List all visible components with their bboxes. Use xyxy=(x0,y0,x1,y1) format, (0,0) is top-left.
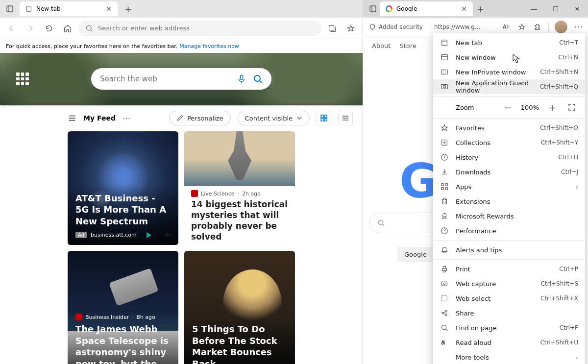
security-badge[interactable]: Added security xyxy=(366,24,426,30)
play-icon[interactable] xyxy=(147,232,151,238)
chevron-down-icon xyxy=(296,115,302,121)
title-bar: Google ✕ + ― ☐ ✕ xyxy=(363,0,588,18)
pencil-icon xyxy=(176,115,183,121)
svg-text:A: A xyxy=(441,340,444,345)
new-tab-button[interactable]: + xyxy=(121,4,136,14)
tab-actions-button[interactable] xyxy=(3,2,17,16)
content-visible-dropdown[interactable]: Content visible xyxy=(238,111,310,125)
menu-item[interactable]: More tools› xyxy=(433,350,585,364)
nav-store[interactable]: Store xyxy=(399,42,416,49)
apps-launcher-icon[interactable] xyxy=(16,73,29,85)
feed-card[interactable]: AT&T Business - 5G Is More Than A New Sp… xyxy=(68,131,178,245)
menu-item[interactable]: New InPrivate windowCtrl+Shift+N xyxy=(433,65,585,79)
personalize-button[interactable]: Personalize xyxy=(169,111,231,125)
shield-icon xyxy=(369,24,376,30)
menu-shortcut: Ctrl+J xyxy=(561,169,578,175)
url-text[interactable]: https://www.g... xyxy=(434,24,480,30)
menu-item[interactable]: Find on pageCtrl+F xyxy=(433,320,585,335)
menu-label: Web capture xyxy=(456,280,534,288)
card-source: business.att.com xyxy=(91,232,137,238)
ntp-search-box[interactable] xyxy=(91,68,271,90)
google-search-button[interactable]: Google xyxy=(397,247,434,262)
feed-toolbar: My Feed ⋯ Personalize Content visible xyxy=(0,105,363,131)
menu-item[interactable]: Web captureCtrl+Shift+S xyxy=(433,276,585,291)
manage-favorites-link[interactable]: Manage favorites now xyxy=(179,43,239,49)
menu-shortcut: Ctrl+H xyxy=(559,154,578,161)
menu-item[interactable]: New windowCtrl+N xyxy=(433,50,585,65)
menu-item[interactable]: Web selectCtrl+Shift+X xyxy=(433,291,585,306)
zoom-out-button[interactable]: − xyxy=(501,101,514,114)
tab-actions-button[interactable] xyxy=(366,2,380,16)
favorites-button[interactable] xyxy=(343,21,359,36)
card-headline: 5 Things To Do Before The Stock Market B… xyxy=(192,323,287,364)
hamburger-icon[interactable] xyxy=(68,114,76,122)
profile-avatar[interactable] xyxy=(555,21,567,33)
menu-item[interactable]: PrintCtrl+P xyxy=(433,262,585,276)
svg-point-2 xyxy=(86,25,91,30)
menu-icon xyxy=(440,53,449,62)
close-tab-icon[interactable]: ✕ xyxy=(106,5,112,13)
tab-title: New tab xyxy=(36,5,61,12)
feed-card[interactable]: Live Science · 2h ago 14 biggest histori… xyxy=(184,131,295,245)
card-more-icon[interactable]: ⋯ xyxy=(165,232,171,238)
read-aloud-icon[interactable]: A)) xyxy=(499,20,513,34)
nav-about[interactable]: About xyxy=(372,42,391,49)
svg-rect-13 xyxy=(441,55,447,60)
refresh-button[interactable] xyxy=(41,21,57,36)
source-icon xyxy=(191,190,198,197)
close-window-button[interactable]: ✕ xyxy=(566,0,588,18)
menu-item[interactable]: FavoritesCtrl+Shift+O xyxy=(433,121,585,135)
menu-item[interactable]: DownloadsCtrl+J xyxy=(433,165,585,179)
menu-item[interactable]: HistoryCtrl+H xyxy=(433,150,585,165)
browser-tab[interactable]: New tab ✕ xyxy=(20,1,118,16)
hero-image xyxy=(0,53,363,105)
menu-item[interactable]: CollectionsCtrl+Shift+Y xyxy=(433,135,585,150)
microphone-icon[interactable] xyxy=(237,74,246,83)
menu-item[interactable]: Share xyxy=(433,306,585,320)
menu-shortcut: Ctrl+F xyxy=(560,324,578,331)
settings-menu: New tabCtrl+TNew windowCtrl+NNew InPriva… xyxy=(433,33,585,364)
address-bar[interactable]: Search or enter web address xyxy=(78,21,321,36)
search-submit-icon[interactable] xyxy=(253,74,263,84)
extensions-icon[interactable] xyxy=(531,20,544,34)
menu-item[interactable]: New Application Guard windowCtrl+Shift+Q xyxy=(433,79,585,94)
zoom-value: 100% xyxy=(521,104,539,111)
menu-icon xyxy=(440,294,449,303)
svg-rect-0 xyxy=(7,6,13,12)
grid-view-button[interactable] xyxy=(317,111,331,125)
menu-shortcut: Ctrl+Shift+X xyxy=(540,295,578,302)
close-tab-icon[interactable]: ✕ xyxy=(461,5,467,13)
menu-item[interactable]: Extensions xyxy=(433,194,585,209)
favorites-bar: For quick access, place your favorites h… xyxy=(0,39,363,53)
menu-icon xyxy=(440,182,449,191)
fullscreen-button[interactable] xyxy=(565,101,578,114)
settings-menu-button[interactable]: ⋯ xyxy=(571,20,585,34)
feed-card[interactable]: Business Insider · 8h ago The James Webb… xyxy=(68,251,178,364)
back-button xyxy=(4,21,20,36)
menu-label: Apps xyxy=(456,183,569,191)
menu-label: More tools xyxy=(456,354,569,361)
new-tab-button[interactable]: + xyxy=(473,4,488,14)
feed-card[interactable]: 5 Things To Do Before The Stock Market B… xyxy=(184,251,295,364)
menu-item[interactable]: ARead aloudCtrl+Shift+U xyxy=(433,335,585,350)
home-button[interactable] xyxy=(60,21,75,36)
menu-item[interactable]: Apps› xyxy=(433,179,585,194)
feed-more-icon[interactable]: ⋯ xyxy=(122,114,130,123)
menu-item[interactable]: Performance xyxy=(433,223,585,238)
zoom-in-button[interactable]: + xyxy=(546,101,559,114)
app-launch-button[interactable] xyxy=(324,21,340,36)
menu-item[interactable]: New tabCtrl+T xyxy=(433,35,585,50)
menu-item[interactable]: Alerts and tips xyxy=(433,243,585,257)
menu-item[interactable]: Microsoft Rewards xyxy=(433,209,585,223)
menu-icon xyxy=(440,245,449,254)
favorite-star-icon[interactable] xyxy=(515,20,529,34)
browser-tab[interactable]: Google ✕ xyxy=(380,1,473,16)
menu-icon xyxy=(440,265,449,273)
maximize-button[interactable]: ☐ xyxy=(545,0,566,18)
svg-rect-12 xyxy=(442,40,447,46)
menu-icon xyxy=(440,309,449,317)
list-view-button[interactable] xyxy=(338,111,353,125)
svg-rect-9 xyxy=(324,119,327,121)
search-input[interactable] xyxy=(100,74,237,83)
minimize-button[interactable]: ― xyxy=(523,0,545,18)
